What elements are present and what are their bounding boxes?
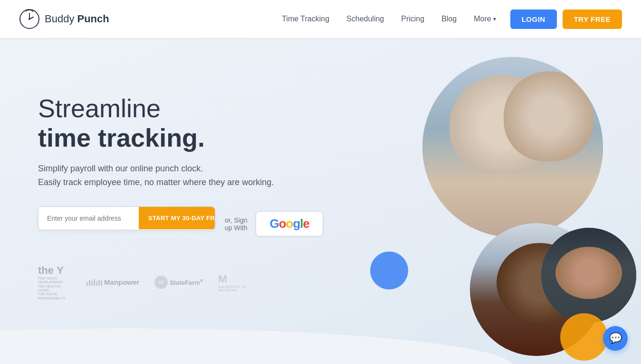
- chevron-down-icon: ▾: [493, 16, 496, 22]
- hero-section: Streamline time tracking. Simplify payro…: [0, 38, 641, 364]
- hero-images: [365, 47, 641, 364]
- deco-orange-circle: [560, 313, 608, 361]
- manpower-bars-icon: [86, 279, 102, 286]
- manpower-logo: Manpower: [86, 278, 139, 286]
- google-signin-button[interactable]: Google: [256, 211, 323, 236]
- email-input[interactable]: [38, 207, 139, 230]
- or-signup-text: or, Sign up With: [225, 216, 250, 232]
- svg-point-3: [29, 18, 30, 20]
- statefarm-icon: SF: [154, 276, 168, 289]
- navbar: Buddy Punch Time Tracking Scheduling Pri…: [0, 0, 641, 38]
- statefarm-logo: SF StateFarm®: [154, 276, 203, 289]
- signup-form: START MY 30-DAY FREE TRIAL: [38, 206, 215, 230]
- chat-bubble-button[interactable]: 💬: [603, 326, 628, 351]
- deco-blue-circle: [370, 252, 408, 289]
- trial-button[interactable]: START MY 30-DAY FREE TRIAL: [139, 207, 215, 229]
- logo-icon: [19, 9, 40, 29]
- nav-scheduling[interactable]: Scheduling: [346, 15, 384, 23]
- hero-subtitle: Simplify payroll with our online punch c…: [38, 162, 323, 189]
- nav-blog[interactable]: Blog: [441, 15, 457, 23]
- signup-row: START MY 30-DAY FREE TRIAL or, Sign up W…: [38, 206, 323, 242]
- nav-more[interactable]: More ▾: [474, 15, 496, 23]
- google-signup: or, Sign up With Google: [225, 211, 323, 236]
- hero-title: Streamline time tracking.: [38, 93, 323, 152]
- try-free-button[interactable]: TRY FREE: [563, 9, 622, 29]
- trusted-logos: the Y FOR YOUTH DEVELOPMENTFOR HEALTHY L…: [38, 264, 323, 300]
- nav-time-tracking[interactable]: Time Tracking: [282, 15, 329, 23]
- umich-logo: M UNIVERSITY OFMICHIGAN: [218, 273, 247, 292]
- hero-content: Streamline time tracking. Simplify payro…: [38, 93, 323, 300]
- hero-image-laptop-person: [541, 228, 636, 323]
- login-button[interactable]: LOGIN: [510, 9, 557, 29]
- google-logo: Google: [269, 216, 309, 231]
- chat-icon: 💬: [609, 332, 622, 345]
- nav-pricing[interactable]: Pricing: [401, 15, 424, 23]
- logo-link[interactable]: Buddy Punch: [19, 9, 109, 29]
- nav-links: Time Tracking Scheduling Pricing Blog Mo…: [282, 15, 496, 23]
- logo-text: Buddy Punch: [45, 13, 109, 25]
- ymca-logo: the Y FOR YOUTH DEVELOPMENTFOR HEALTHY L…: [38, 264, 71, 300]
- hero-image-couple: [422, 57, 603, 237]
